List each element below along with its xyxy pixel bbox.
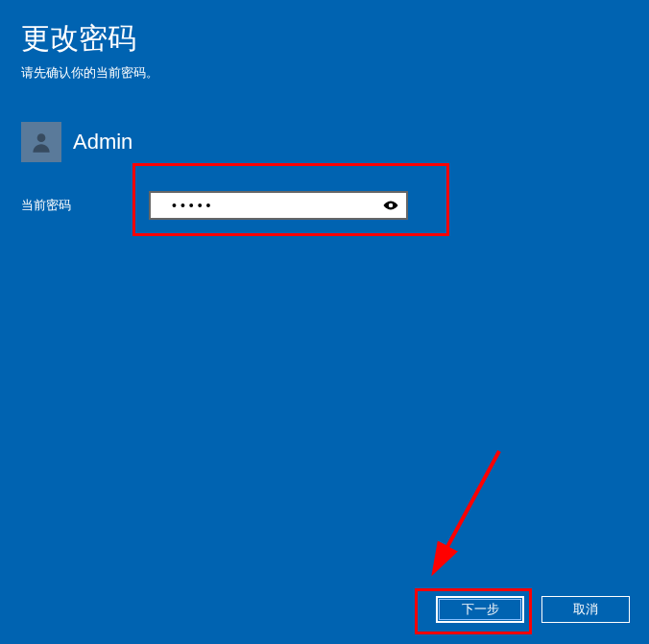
user-row: Admin [0, 122, 649, 162]
page-title: 更改密码 [0, 0, 649, 64]
svg-line-1 [437, 451, 499, 566]
password-reveal-icon[interactable] [381, 196, 400, 215]
page-subtitle: 请先确认你的当前密码。 [0, 64, 649, 105]
user-icon [29, 130, 54, 155]
current-password-row: 当前密码 [0, 191, 649, 220]
avatar [21, 122, 61, 162]
cancel-button[interactable]: 取消 [541, 596, 630, 623]
current-password-input[interactable] [149, 191, 408, 220]
next-button[interactable]: 下一步 [436, 596, 524, 623]
current-password-label: 当前密码 [0, 197, 149, 214]
svg-point-0 [37, 133, 46, 142]
username-label: Admin [73, 130, 132, 155]
annotation-arrow-icon [384, 441, 518, 595]
button-row: 下一步 取消 [436, 596, 630, 623]
